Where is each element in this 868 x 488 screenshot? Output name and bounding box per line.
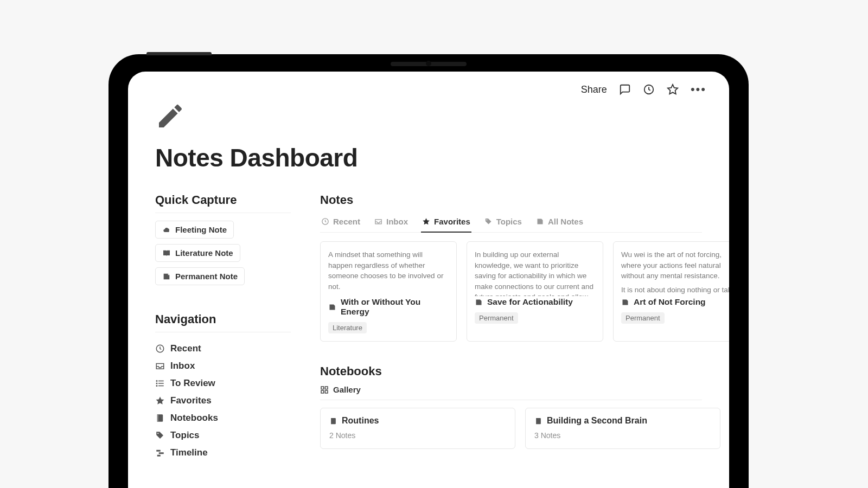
notebook-icon	[329, 417, 337, 425]
view-label: Gallery	[333, 385, 361, 394]
nav-label: Notebooks	[170, 413, 218, 423]
tab-label: Inbox	[386, 217, 408, 226]
note-icon	[536, 217, 544, 226]
navigation-heading: Navigation	[155, 312, 291, 326]
share-button[interactable]: Share	[581, 84, 607, 95]
nav-notebooks[interactable]: Notebooks	[155, 409, 291, 427]
star-fill-icon	[155, 396, 165, 406]
nav-favorites[interactable]: Favorites	[155, 392, 291, 409]
svg-rect-13	[159, 452, 164, 454]
tab-topics[interactable]: Topics	[483, 213, 523, 233]
note-tag: Permanent	[621, 312, 665, 324]
thought-icon	[162, 226, 171, 234]
nav-label: Topics	[170, 430, 200, 441]
chip-label: Permanent Note	[175, 272, 238, 281]
svg-point-6	[156, 381, 157, 382]
tab-inbox[interactable]: Inbox	[373, 213, 409, 233]
note-excerpt: Wu wei is the art of not forcing, where …	[614, 242, 729, 296]
quick-capture-fleeting[interactable]: Fleeting Note	[155, 221, 234, 239]
tab-label: Topics	[496, 217, 522, 226]
nav-label: Recent	[170, 343, 201, 354]
nav-inbox[interactable]: Inbox	[155, 357, 291, 375]
svg-point-8	[156, 386, 157, 387]
svg-rect-12	[156, 450, 161, 452]
nav-topics[interactable]: Topics	[155, 427, 291, 444]
svg-rect-21	[325, 390, 328, 393]
svg-point-7	[156, 383, 157, 384]
quick-capture-permanent[interactable]: Permanent Note	[155, 267, 245, 285]
inbox-icon	[374, 217, 382, 226]
topbar: Share •••	[581, 82, 706, 97]
screen: Share ••• Notes Dashboard Quick Capt	[128, 72, 729, 488]
notebook-icon	[155, 413, 165, 423]
tab-label: Recent	[333, 217, 360, 226]
note-excerpt: A mindset that something will happen reg…	[321, 242, 456, 296]
page-icon-pencil	[155, 101, 702, 133]
notebooks-view-gallery[interactable]: Gallery	[320, 382, 702, 400]
svg-rect-18	[321, 387, 324, 389]
notes-heading: Notes	[320, 193, 702, 207]
tab-label: Favorites	[434, 217, 470, 226]
note-title: Save for Actionability	[487, 297, 573, 307]
notebook-cards: Routines 2 Notes Building a Second Brain…	[320, 408, 702, 449]
chip-label: Fleeting Note	[175, 225, 227, 234]
notebook-title: Building a Second Brain	[547, 416, 647, 426]
notebook-count: 3 Notes	[534, 431, 711, 440]
note-title: With or Without You Energy	[341, 297, 449, 317]
note-card[interactable]: A mindset that something will happen reg…	[320, 241, 457, 342]
nav-label: Favorites	[170, 395, 212, 406]
svg-point-11	[157, 433, 158, 434]
star-fill-icon	[422, 217, 430, 226]
notebook-title: Routines	[342, 416, 379, 426]
svg-point-17	[486, 219, 487, 220]
more-icon[interactable]: •••	[691, 82, 706, 97]
notebook-card[interactable]: Building a Second Brain 3 Notes	[525, 408, 720, 449]
quick-capture-heading: Quick Capture	[155, 193, 291, 207]
tablet-frame: Share ••• Notes Dashboard Quick Capt	[108, 54, 749, 488]
nav-timeline[interactable]: Timeline	[155, 444, 291, 461]
notebook-count: 2 Notes	[329, 431, 506, 440]
note-icon	[621, 298, 629, 306]
gallery-icon	[320, 386, 329, 394]
svg-marker-9	[156, 397, 164, 404]
notebook-icon	[534, 417, 542, 425]
notebooks-heading: Notebooks	[320, 364, 702, 378]
notes-tabs: Recent Inbox Favorites Topics	[320, 213, 702, 233]
divider	[155, 332, 291, 332]
svg-marker-16	[423, 218, 430, 224]
camera-dot	[426, 61, 431, 66]
nav-label: Timeline	[170, 447, 208, 458]
tag-icon	[155, 431, 165, 440]
tab-label: All Notes	[548, 217, 583, 226]
note-card[interactable]: In building up our external knowledge, w…	[467, 241, 603, 342]
note-tag: Literature	[328, 322, 367, 333]
nav-recent[interactable]: Recent	[155, 340, 291, 357]
device-top-buttons	[146, 52, 212, 55]
history-icon[interactable]	[643, 84, 655, 95]
list-icon	[155, 378, 165, 388]
divider	[155, 213, 291, 213]
nav-label: Inbox	[170, 361, 195, 371]
svg-rect-20	[321, 390, 324, 393]
timeline-icon	[155, 448, 165, 458]
note-icon	[162, 272, 171, 281]
page-title: Notes Dashboard	[155, 143, 702, 172]
nav-label: To Review	[170, 378, 215, 389]
note-tag: Permanent	[475, 312, 518, 324]
comments-icon[interactable]	[619, 84, 631, 95]
nav-to-review[interactable]: To Review	[155, 375, 291, 392]
tab-recent[interactable]: Recent	[320, 213, 361, 233]
chip-label: Literature Note	[175, 248, 233, 258]
clock-icon	[155, 344, 165, 354]
star-icon[interactable]	[667, 84, 679, 95]
tab-all-notes[interactable]: All Notes	[535, 213, 584, 233]
tab-favorites[interactable]: Favorites	[421, 213, 471, 233]
notebook-card[interactable]: Routines 2 Notes	[320, 408, 515, 449]
quick-capture-literature[interactable]: Literature Note	[155, 244, 240, 262]
note-card[interactable]: Wu wei is the art of not forcing, where …	[613, 241, 729, 342]
svg-rect-14	[157, 455, 161, 457]
note-excerpt: In building up our external knowledge, w…	[467, 242, 603, 296]
book-open-icon	[162, 249, 171, 258]
svg-marker-1	[668, 85, 678, 94]
note-icon	[475, 298, 483, 306]
